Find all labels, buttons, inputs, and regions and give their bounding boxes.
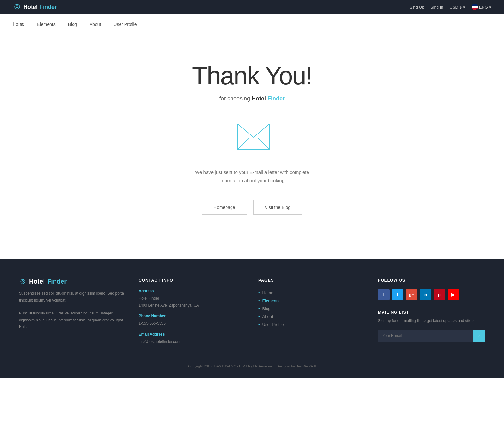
list-item: Elements	[258, 297, 366, 305]
footer-logo-finder: Finder	[47, 278, 67, 285]
email-address: info@testhotelfinder.com	[139, 338, 246, 345]
footer-col-contact: CONTACT INFO Address Hotel Finder 1400 L…	[139, 278, 246, 345]
visit-blog-button[interactable]: Visit the Blog	[253, 200, 302, 215]
footer-desc1: Suspendisse sed sollicitudin nisl, at di…	[19, 290, 126, 304]
pinterest-button[interactable]: p	[434, 289, 445, 300]
list-item: Blog	[258, 305, 366, 313]
footer-logo-hotel: Hotel	[29, 278, 45, 285]
list-item: Home	[258, 289, 366, 297]
mailing-title: MAILING LIST	[378, 310, 485, 314]
description-line1: We have just sent to your E-mail a lette…	[13, 168, 491, 176]
language-label: ENG	[479, 5, 488, 9]
language-selector[interactable]: ENG ▾	[472, 4, 491, 10]
subtitle-finder: Finder	[267, 95, 285, 102]
mailing-desc: Sign up for our mailing list to get late…	[378, 318, 485, 325]
nav-home[interactable]: Home	[13, 21, 24, 28]
nav-elements[interactable]: Elements	[37, 22, 55, 28]
language-chevron-icon: ▾	[489, 5, 491, 9]
currency-selector[interactable]: USD $ ▾	[450, 5, 465, 9]
contact-title: CONTACT INFO	[139, 278, 246, 283]
google-button[interactable]: g+	[406, 289, 417, 300]
page-elements-link[interactable]: Elements	[262, 298, 279, 303]
address-label: Address	[139, 289, 246, 293]
pages-title: PAGES	[258, 278, 366, 283]
main-navbar: Home Elements Blog About User Profile	[0, 14, 504, 36]
facebook-button[interactable]: f	[378, 289, 390, 300]
hero-buttons: Homepage Visit the Blog	[13, 200, 491, 215]
footer: Hotel Finder Suspendisse sed sollicitudi…	[0, 259, 504, 378]
homepage-button[interactable]: Homepage	[202, 200, 247, 215]
address-line2: 1400 Lenine Ave. Zaporizhzhya, UA	[139, 302, 246, 309]
top-navbar: Hotel Finder Sing Up Sing In USD $ ▾ ENG…	[0, 0, 504, 14]
nav-user-profile[interactable]: User Profile	[114, 22, 137, 28]
hero-subtitle: for choosing Hotel Finder	[13, 95, 491, 102]
svg-point-0	[16, 6, 18, 8]
pages-list: Home Elements Blog About User Profile	[258, 289, 366, 328]
nav-about[interactable]: About	[90, 22, 101, 28]
envelope-svg	[220, 115, 284, 159]
logo-finder: Finder	[39, 4, 57, 10]
social-icons: f t g+ in p ▶	[378, 289, 485, 300]
email-submit-button[interactable]: ›	[473, 330, 485, 342]
submit-arrow-icon: ›	[478, 333, 480, 338]
svg-line-2	[238, 138, 249, 149]
phone-number: 1-555-555-5555	[139, 320, 246, 327]
page-blog-link[interactable]: Blog	[262, 306, 271, 311]
currency-label: USD $	[450, 5, 462, 9]
phone-label: Phone Number	[139, 314, 246, 318]
footer-col-about: Hotel Finder Suspendisse sed sollicitudi…	[19, 278, 126, 345]
footer-desc2: Nunc ut fringilla urna. Cras vel adipisc…	[19, 310, 126, 331]
email-form: ›	[378, 330, 485, 342]
follow-title: FOLLOW US	[378, 278, 485, 283]
hero-description: We have just sent to your E-mail a lette…	[13, 168, 491, 184]
list-item: User Profile	[258, 320, 366, 328]
envelope-illustration	[13, 115, 491, 159]
footer-bottom: Copyright 2015 | BESTWEBSOFT | All Right…	[19, 358, 485, 368]
list-item: About	[258, 313, 366, 320]
hero-section: Thank You! for choosing Hotel Finder We …	[0, 36, 504, 259]
email-input[interactable]	[378, 330, 473, 342]
nav-blog[interactable]: Blog	[68, 22, 77, 28]
svg-point-7	[22, 280, 23, 282]
address-line1: Hotel Finder	[139, 295, 246, 302]
subtitle-hotel: Hotel	[252, 95, 266, 102]
signin-link[interactable]: Sing In	[431, 5, 443, 9]
linkedin-button[interactable]: in	[420, 289, 431, 300]
top-nav-right: Sing Up Sing In USD $ ▾ ENG ▾	[410, 4, 491, 10]
flag-icon	[472, 4, 478, 10]
page-user-profile-link[interactable]: User Profile	[262, 322, 284, 327]
page-home-link[interactable]: Home	[262, 290, 273, 295]
footer-logo: Hotel Finder	[19, 278, 126, 285]
footer-logo-icon	[19, 279, 26, 284]
thank-you-title: Thank You!	[13, 61, 491, 90]
logo-icon	[13, 4, 21, 10]
description-line2: information about your booking	[13, 176, 491, 185]
signup-link[interactable]: Sing Up	[410, 5, 424, 9]
svg-line-3	[258, 138, 269, 149]
email-address-label: Email Address	[139, 332, 246, 337]
currency-chevron-icon: ▾	[463, 5, 465, 9]
page-about-link[interactable]: About	[262, 314, 273, 319]
subtitle-prefix: for choosing	[219, 95, 250, 102]
youtube-button[interactable]: ▶	[448, 289, 459, 300]
twitter-button[interactable]: t	[392, 289, 403, 300]
copyright-text: Copyright 2015 | BESTWEBSOFT | All Right…	[188, 364, 316, 368]
footer-col-social: FOLLOW US f t g+ in p ▶ MAILING LIST Sig…	[378, 278, 485, 345]
logo-hotel: Hotel	[23, 4, 38, 10]
footer-grid: Hotel Finder Suspendisse sed sollicitudi…	[19, 278, 485, 345]
logo[interactable]: Hotel Finder	[13, 4, 57, 10]
footer-col-pages: PAGES Home Elements Blog About User Prof…	[258, 278, 366, 345]
